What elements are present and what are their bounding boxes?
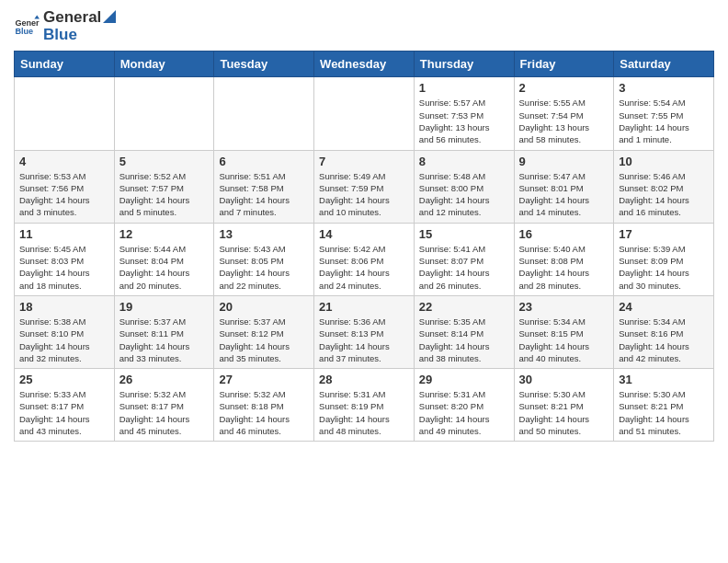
day-number: 25: [19, 373, 109, 386]
weekday-header-row: SundayMondayTuesdayWednesdayThursdayFrid…: [15, 52, 714, 77]
day-info: Sunrise: 5:47 AM Sunset: 8:01 PM Dayligh…: [519, 170, 609, 219]
day-info: Sunrise: 5:57 AM Sunset: 7:53 PM Dayligh…: [419, 97, 509, 145]
weekday-header-thursday: Thursday: [414, 52, 514, 77]
svg-marker-3: [103, 10, 116, 23]
day-number: 15: [419, 227, 509, 241]
logo: General Blue General Blue: [14, 9, 116, 43]
day-number: 28: [319, 373, 409, 386]
calendar-cell: 11Sunrise: 5:45 AM Sunset: 8:03 PM Dayli…: [15, 223, 115, 295]
day-info: Sunrise: 5:37 AM Sunset: 8:11 PM Dayligh…: [119, 316, 210, 364]
day-info: Sunrise: 5:32 AM Sunset: 8:17 PM Dayligh…: [119, 388, 210, 437]
logo-general-text: General: [43, 9, 101, 27]
calendar-cell: 26Sunrise: 5:32 AM Sunset: 8:17 PM Dayli…: [114, 369, 214, 442]
calendar-table: SundayMondayTuesdayWednesdayThursdayFrid…: [14, 51, 714, 442]
day-number: 10: [619, 155, 709, 168]
day-info: Sunrise: 5:45 AM Sunset: 8:03 PM Dayligh…: [19, 243, 109, 292]
day-info: Sunrise: 5:49 AM Sunset: 7:59 PM Dayligh…: [319, 170, 409, 219]
calendar-cell: 25Sunrise: 5:33 AM Sunset: 8:17 PM Dayli…: [15, 369, 115, 442]
calendar-cell: [314, 77, 415, 150]
day-info: Sunrise: 5:42 AM Sunset: 8:06 PM Dayligh…: [319, 243, 409, 292]
calendar-cell: 27Sunrise: 5:32 AM Sunset: 8:18 PM Dayli…: [214, 369, 314, 442]
day-info: Sunrise: 5:46 AM Sunset: 8:02 PM Dayligh…: [619, 170, 709, 219]
svg-text:Blue: Blue: [15, 27, 33, 36]
day-number: 27: [219, 373, 309, 386]
calendar-cell: 24Sunrise: 5:34 AM Sunset: 8:16 PM Dayli…: [614, 295, 714, 368]
calendar-cell: 31Sunrise: 5:30 AM Sunset: 8:21 PM Dayli…: [614, 369, 714, 442]
day-number: 18: [19, 300, 109, 314]
day-number: 20: [219, 300, 309, 314]
calendar-cell: 12Sunrise: 5:44 AM Sunset: 8:04 PM Dayli…: [114, 223, 214, 295]
day-number: 16: [519, 227, 609, 241]
calendar-cell: 2Sunrise: 5:55 AM Sunset: 7:54 PM Daylig…: [514, 77, 614, 150]
calendar-cell: 6Sunrise: 5:51 AM Sunset: 7:58 PM Daylig…: [214, 150, 314, 223]
calendar-cell: 10Sunrise: 5:46 AM Sunset: 8:02 PM Dayli…: [614, 150, 714, 223]
weekday-header-monday: Monday: [114, 52, 214, 77]
day-info: Sunrise: 5:48 AM Sunset: 8:00 PM Dayligh…: [419, 170, 509, 219]
day-number: 29: [419, 373, 509, 386]
week-row-4: 18Sunrise: 5:38 AM Sunset: 8:10 PM Dayli…: [15, 295, 714, 368]
day-number: 31: [619, 373, 709, 386]
day-info: Sunrise: 5:37 AM Sunset: 8:12 PM Dayligh…: [219, 316, 309, 364]
day-info: Sunrise: 5:30 AM Sunset: 8:21 PM Dayligh…: [519, 388, 609, 437]
day-info: Sunrise: 5:40 AM Sunset: 8:08 PM Dayligh…: [519, 243, 609, 292]
day-info: Sunrise: 5:31 AM Sunset: 8:20 PM Dayligh…: [419, 388, 509, 437]
svg-text:General: General: [15, 17, 40, 27]
day-info: Sunrise: 5:31 AM Sunset: 8:19 PM Dayligh…: [319, 388, 409, 437]
day-number: 1: [419, 81, 509, 95]
calendar-cell: 28Sunrise: 5:31 AM Sunset: 8:19 PM Dayli…: [314, 369, 415, 442]
day-number: 19: [119, 300, 210, 314]
calendar-cell: 22Sunrise: 5:35 AM Sunset: 8:14 PM Dayli…: [414, 295, 514, 368]
calendar-cell: 8Sunrise: 5:48 AM Sunset: 8:00 PM Daylig…: [414, 150, 514, 223]
day-number: 24: [619, 300, 709, 314]
weekday-header-tuesday: Tuesday: [214, 52, 314, 77]
week-row-1: 1Sunrise: 5:57 AM Sunset: 7:53 PM Daylig…: [15, 77, 714, 150]
day-info: Sunrise: 5:32 AM Sunset: 8:18 PM Dayligh…: [219, 388, 309, 437]
calendar-cell: 19Sunrise: 5:37 AM Sunset: 8:11 PM Dayli…: [114, 295, 214, 368]
calendar-cell: 18Sunrise: 5:38 AM Sunset: 8:10 PM Dayli…: [15, 295, 115, 368]
page-header: General Blue General Blue: [14, 9, 714, 43]
week-row-3: 11Sunrise: 5:45 AM Sunset: 8:03 PM Dayli…: [15, 223, 714, 295]
day-number: 3: [619, 81, 709, 95]
day-info: Sunrise: 5:30 AM Sunset: 8:21 PM Dayligh…: [619, 388, 709, 437]
day-info: Sunrise: 5:54 AM Sunset: 7:55 PM Dayligh…: [619, 97, 709, 145]
weekday-header-wednesday: Wednesday: [314, 52, 415, 77]
day-info: Sunrise: 5:51 AM Sunset: 7:58 PM Dayligh…: [219, 170, 309, 219]
day-number: 14: [319, 227, 409, 241]
calendar-cell: 23Sunrise: 5:34 AM Sunset: 8:15 PM Dayli…: [514, 295, 614, 368]
day-info: Sunrise: 5:36 AM Sunset: 8:13 PM Dayligh…: [319, 316, 409, 364]
logo-triangle: [103, 10, 116, 23]
calendar-cell: 5Sunrise: 5:52 AM Sunset: 7:57 PM Daylig…: [114, 150, 214, 223]
calendar-cell: 1Sunrise: 5:57 AM Sunset: 7:53 PM Daylig…: [414, 77, 514, 150]
logo-icon: General Blue: [14, 14, 40, 40]
day-info: Sunrise: 5:35 AM Sunset: 8:14 PM Dayligh…: [419, 316, 509, 364]
weekday-header-saturday: Saturday: [614, 52, 714, 77]
day-info: Sunrise: 5:44 AM Sunset: 8:04 PM Dayligh…: [119, 243, 210, 292]
day-number: 17: [619, 227, 709, 241]
day-info: Sunrise: 5:41 AM Sunset: 8:07 PM Dayligh…: [419, 243, 509, 292]
day-info: Sunrise: 5:43 AM Sunset: 8:05 PM Dayligh…: [219, 243, 309, 292]
day-info: Sunrise: 5:34 AM Sunset: 8:16 PM Dayligh…: [619, 316, 709, 364]
day-number: 4: [19, 155, 109, 168]
calendar-cell: 29Sunrise: 5:31 AM Sunset: 8:20 PM Dayli…: [414, 369, 514, 442]
day-number: 9: [519, 155, 609, 168]
day-info: Sunrise: 5:34 AM Sunset: 8:15 PM Dayligh…: [519, 316, 609, 364]
day-number: 8: [419, 155, 509, 168]
day-number: 21: [319, 300, 409, 314]
week-row-5: 25Sunrise: 5:33 AM Sunset: 8:17 PM Dayli…: [15, 369, 714, 442]
week-row-2: 4Sunrise: 5:53 AM Sunset: 7:56 PM Daylig…: [15, 150, 714, 223]
day-number: 26: [119, 373, 210, 386]
calendar-cell: 17Sunrise: 5:39 AM Sunset: 8:09 PM Dayli…: [614, 223, 714, 295]
calendar-cell: [114, 77, 214, 150]
calendar-cell: 16Sunrise: 5:40 AM Sunset: 8:08 PM Dayli…: [514, 223, 614, 295]
day-info: Sunrise: 5:38 AM Sunset: 8:10 PM Dayligh…: [19, 316, 109, 364]
calendar-cell: 9Sunrise: 5:47 AM Sunset: 8:01 PM Daylig…: [514, 150, 614, 223]
day-number: 22: [419, 300, 509, 314]
calendar-cell: 14Sunrise: 5:42 AM Sunset: 8:06 PM Dayli…: [314, 223, 415, 295]
svg-marker-2: [34, 15, 40, 18]
calendar-cell: 7Sunrise: 5:49 AM Sunset: 7:59 PM Daylig…: [314, 150, 415, 223]
day-number: 7: [319, 155, 409, 168]
day-number: 23: [519, 300, 609, 314]
day-info: Sunrise: 5:52 AM Sunset: 7:57 PM Dayligh…: [119, 170, 210, 219]
day-info: Sunrise: 5:55 AM Sunset: 7:54 PM Dayligh…: [519, 97, 609, 145]
calendar-cell: [15, 77, 115, 150]
